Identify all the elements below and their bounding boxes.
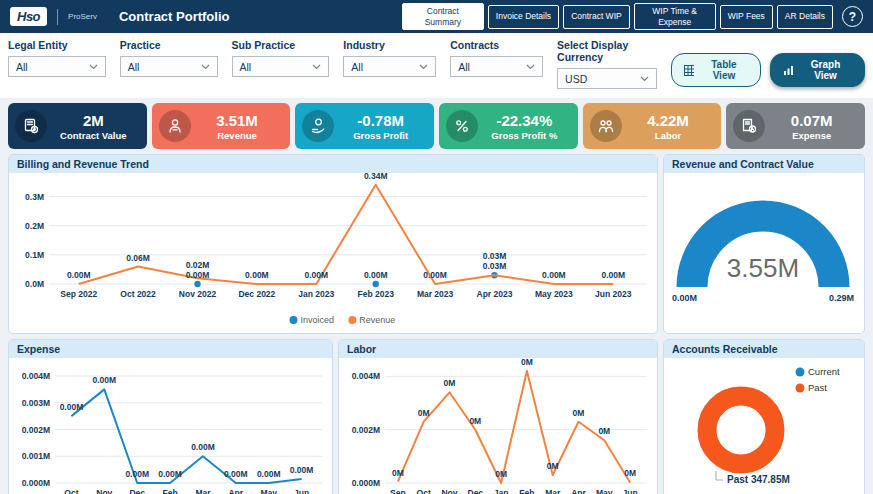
- chart-title: Expense: [9, 340, 332, 358]
- svg-text:0.002M: 0.002M: [22, 425, 50, 435]
- svg-text:May2023: May2023: [259, 488, 278, 494]
- svg-text:0M: 0M: [392, 468, 404, 478]
- kpi-label: Revenue: [191, 130, 284, 141]
- svg-text:Invoiced: Invoiced: [301, 315, 335, 325]
- practice-dropdown[interactable]: All: [120, 56, 218, 77]
- percent-icon: [446, 110, 478, 142]
- svg-text:0.00M: 0.00M: [364, 270, 388, 280]
- kpi-label: Expense: [765, 130, 858, 141]
- svg-text:0.02M: 0.02M: [186, 260, 210, 270]
- svg-text:0.00M: 0.00M: [158, 469, 182, 479]
- kpi-label: Labor: [622, 130, 715, 141]
- svg-text:0.06M: 0.06M: [126, 253, 150, 263]
- filter-label: Industry: [343, 39, 436, 51]
- chart-title: Labor: [339, 340, 657, 358]
- kpi-row: 2MContract Value 3.51MRevenue -0.78MGros…: [8, 103, 865, 149]
- table-view-button[interactable]: Table View: [671, 53, 762, 87]
- filter-contracts: Contracts All: [450, 39, 543, 89]
- tab-contract-summary[interactable]: Contract Summary: [402, 3, 484, 29]
- industry-dropdown[interactable]: All: [343, 56, 436, 77]
- labor-trend-chart[interactable]: 0.000M0.002M0.004MSep2022Oct2022Nov2022D…: [339, 358, 657, 494]
- help-button[interactable]: ?: [842, 6, 863, 27]
- svg-text:0M: 0M: [418, 408, 430, 418]
- kpi-value: 4.22M: [622, 112, 715, 129]
- svg-text:Jun2023: Jun2023: [621, 488, 640, 494]
- product-name: ProServ: [68, 12, 97, 21]
- sub-practice-dropdown[interactable]: All: [232, 56, 330, 77]
- tab-wip-time-expense[interactable]: WIP Time & Expense: [634, 3, 716, 29]
- svg-text:0.000M: 0.000M: [22, 478, 50, 488]
- expense-trend-chart[interactable]: 0.000M0.001M0.002M0.003M0.004MOct2022Nov…: [9, 358, 332, 494]
- svg-text:0M: 0M: [573, 408, 585, 418]
- svg-text:0.00M: 0.00M: [186, 270, 210, 280]
- filter-label: Contracts: [450, 39, 543, 51]
- chevron-down-icon: [89, 64, 98, 70]
- kpi-value: -0.78M: [334, 112, 427, 129]
- kpi-label: Gross Profit %: [478, 130, 571, 141]
- legal-entity-dropdown[interactable]: All: [8, 56, 106, 77]
- svg-text:0.00M: 0.00M: [191, 442, 215, 452]
- svg-text:Nov2022: Nov2022: [95, 488, 114, 494]
- revenue-contract-value-gauge[interactable]: 3.55M0.00M0.29M: [664, 173, 862, 326]
- svg-text:Apr2023: Apr2023: [226, 488, 245, 494]
- app-header: Hso ProServ Contract Portfolio Contract …: [0, 0, 873, 33]
- question-mark-icon: ?: [849, 10, 856, 24]
- accounts-receivable-card: Accounts Receivable CurrentPastPast 347.…: [663, 339, 865, 494]
- accounts-receivable-donut[interactable]: CurrentPastPast 347.85M: [664, 358, 862, 494]
- kpi-card-gross-profit: -0.78MGross Profit: [295, 103, 434, 149]
- svg-text:Jun2023: Jun2023: [292, 488, 311, 494]
- svg-text:Oct2022: Oct2022: [62, 488, 81, 494]
- filter-legal-entity: Legal Entity All: [8, 39, 106, 89]
- gross-profit-icon: [302, 110, 334, 142]
- svg-text:0.003M: 0.003M: [22, 398, 50, 408]
- view-toggle: Table View Graph View: [671, 39, 865, 89]
- svg-text:0.00M: 0.00M: [257, 469, 281, 479]
- svg-text:0.001M: 0.001M: [22, 451, 50, 461]
- tab-wip-fees[interactable]: WIP Fees: [720, 5, 773, 29]
- svg-text:0.00M: 0.00M: [672, 293, 697, 303]
- graph-view-button[interactable]: Graph View: [770, 53, 865, 87]
- svg-text:0.00M: 0.00M: [601, 270, 625, 280]
- svg-text:Jun 2023: Jun 2023: [595, 289, 632, 299]
- charts-row-1: Billing and Revenue Trend 0.0M0.1M0.2M0.…: [8, 154, 865, 334]
- svg-text:0.03M: 0.03M: [483, 251, 507, 261]
- kpi-label: Contract Value: [47, 130, 140, 141]
- kpi-card-expense: 0.07MExpense: [726, 103, 865, 149]
- svg-text:Feb 2023: Feb 2023: [358, 289, 395, 299]
- kpi-card-gross-profit-pct: -22.34%Gross Profit %: [439, 103, 578, 149]
- kpi-card-contract-value: 2MContract Value: [8, 103, 147, 149]
- svg-text:0.00M: 0.00M: [60, 402, 84, 412]
- svg-text:Mar2023: Mar2023: [543, 488, 562, 494]
- svg-text:0.03M: 0.03M: [483, 261, 507, 271]
- labor-card: Labor 0.000M0.002M0.004MSep2022Oct2022No…: [338, 339, 658, 494]
- svg-text:0.002M: 0.002M: [352, 425, 380, 435]
- svg-text:Past 347.85M: Past 347.85M: [727, 474, 790, 485]
- expense-icon: [733, 110, 765, 142]
- chevron-down-icon: [526, 64, 535, 70]
- tab-contract-wip[interactable]: Contract WIP: [563, 5, 630, 29]
- kpi-label: Gross Profit: [334, 130, 427, 141]
- svg-text:0.1M: 0.1M: [25, 250, 44, 260]
- svg-text:0.34M: 0.34M: [364, 173, 388, 181]
- svg-text:0.29M: 0.29M: [829, 293, 854, 303]
- display-currency-dropdown[interactable]: USD: [557, 68, 657, 89]
- svg-text:0.00M: 0.00M: [125, 469, 149, 479]
- kpi-card-labor: 4.22MLabor: [583, 103, 722, 149]
- svg-text:0.00M: 0.00M: [423, 270, 447, 280]
- billing-revenue-trend-chart[interactable]: 0.0M0.1M0.2M0.3MSep 2022Oct 2022Nov 2022…: [9, 173, 657, 329]
- tab-ar-details[interactable]: AR Details: [777, 5, 833, 29]
- svg-text:Sep 2022: Sep 2022: [60, 289, 97, 299]
- tab-invoice-details[interactable]: Invoice Details: [488, 5, 559, 29]
- kpi-card-revenue: 3.51MRevenue: [152, 103, 291, 149]
- svg-text:May 2023: May 2023: [535, 289, 573, 299]
- kpi-value: -22.34%: [478, 112, 571, 129]
- contracts-dropdown[interactable]: All: [450, 56, 543, 77]
- contract-portfolio-dashboard: Hso ProServ Contract Portfolio Contract …: [0, 0, 873, 494]
- filter-display-currency: Select Display Currency USD: [557, 39, 657, 89]
- svg-text:0.00M: 0.00M: [245, 270, 269, 280]
- chevron-down-icon: [419, 64, 428, 70]
- chevron-down-icon: [640, 76, 649, 82]
- expense-card: Expense 0.000M0.001M0.002M0.003M0.004MOc…: [8, 339, 333, 494]
- chart-title: Revenue and Contract Value: [664, 155, 864, 173]
- svg-text:0M: 0M: [547, 461, 559, 471]
